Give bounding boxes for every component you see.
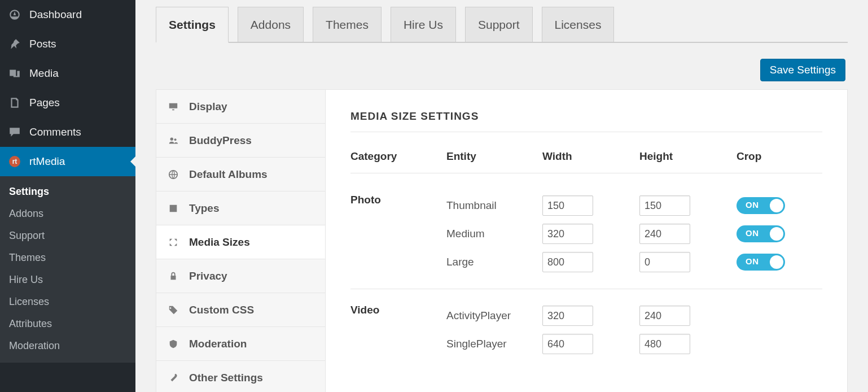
- wp-admin-sidebar: Dashboard Posts Media Pages Comments rt …: [0, 0, 135, 392]
- tab-licenses[interactable]: Licenses: [542, 7, 615, 42]
- vnav-label: Privacy: [189, 270, 227, 282]
- toggle-knob: [770, 255, 783, 269]
- comments-icon: [8, 125, 21, 139]
- entity-label: Medium: [446, 228, 542, 240]
- submenu-item-support[interactable]: Support: [0, 225, 135, 247]
- col-entity: Entity: [446, 150, 542, 163]
- vnav-label: Other Settings: [189, 372, 263, 384]
- table-row: Large ON: [446, 248, 822, 276]
- tab-themes[interactable]: Themes: [313, 7, 382, 42]
- submenu-item-moderation[interactable]: Moderation: [0, 335, 135, 357]
- vnav-label: Types: [189, 202, 220, 215]
- crop-toggle[interactable]: ON: [737, 254, 785, 271]
- tab-support[interactable]: Support: [465, 7, 533, 42]
- width-input[interactable]: [542, 334, 593, 354]
- width-input[interactable]: [542, 306, 593, 326]
- col-crop: Crop: [737, 150, 804, 163]
- sidebar-item-label: rtMedia: [29, 155, 65, 168]
- entity-label: Large: [446, 256, 542, 268]
- entity-label: ActivityPlayer: [446, 310, 542, 322]
- main-area: Settings Addons Themes Hire Us Support L…: [135, 0, 868, 392]
- wrench-icon: [168, 372, 179, 384]
- entity-label: Thumbnail: [446, 199, 542, 212]
- pin-icon: [8, 37, 21, 51]
- width-input[interactable]: [542, 224, 593, 244]
- vnav-moderation[interactable]: Moderation: [156, 327, 325, 361]
- submenu-item-settings[interactable]: Settings: [0, 181, 135, 203]
- globe-icon: [168, 169, 179, 180]
- height-input[interactable]: [639, 252, 690, 272]
- settings-side-nav: Display BuddyPress Default Albums Types …: [156, 90, 326, 392]
- submenu-item-licenses[interactable]: Licenses: [0, 291, 135, 313]
- film-icon: [168, 203, 179, 214]
- group-label: Video: [350, 302, 446, 358]
- crop-toggle[interactable]: ON: [737, 225, 785, 242]
- media-icon: [8, 67, 21, 80]
- expand-icon: [168, 237, 179, 248]
- vnav-label: Default Albums: [189, 168, 268, 181]
- submenu-item-attributes[interactable]: Attributes: [0, 313, 135, 335]
- sidebar-item-label: Pages: [29, 97, 60, 109]
- table-row: Medium ON: [446, 220, 822, 248]
- sidebar-item-posts[interactable]: Posts: [0, 29, 135, 59]
- tab-hireus[interactable]: Hire Us: [391, 7, 456, 42]
- sidebar-item-comments[interactable]: Comments: [0, 117, 135, 147]
- save-bar: Save Settings: [156, 59, 848, 81]
- submenu-item-hireus[interactable]: Hire Us: [0, 269, 135, 291]
- entity-label: SinglePlayer: [446, 338, 542, 350]
- height-input[interactable]: [639, 195, 690, 216]
- table-row: SinglePlayer: [446, 330, 822, 358]
- table-row: ActivityPlayer: [446, 302, 822, 330]
- table-row: Thumbnail ON: [446, 191, 822, 220]
- group-label: Photo: [350, 191, 446, 276]
- shield-icon: [168, 338, 179, 350]
- group-video: Video ActivityPlayer SinglePlayer: [350, 289, 822, 371]
- vnav-other-settings[interactable]: Other Settings: [156, 361, 325, 392]
- height-input[interactable]: [639, 224, 690, 244]
- height-input[interactable]: [639, 306, 690, 326]
- save-settings-button[interactable]: Save Settings: [760, 59, 845, 81]
- submenu-item-addons[interactable]: Addons: [0, 203, 135, 225]
- rtmedia-icon: rt: [8, 155, 21, 168]
- wp-submenu: Settings Addons Support Themes Hire Us L…: [0, 176, 135, 363]
- monitor-icon: [168, 101, 179, 112]
- col-height: Height: [639, 150, 737, 163]
- vnav-label: BuddyPress: [189, 134, 252, 147]
- table-header: Category Entity Width Height Crop: [350, 145, 822, 173]
- vnav-privacy[interactable]: Privacy: [156, 259, 325, 293]
- vnav-buddypress[interactable]: BuddyPress: [156, 124, 325, 158]
- tag-icon: [168, 304, 179, 316]
- vnav-display[interactable]: Display: [156, 90, 325, 124]
- pages-icon: [8, 96, 21, 110]
- tab-settings[interactable]: Settings: [156, 7, 229, 43]
- dashboard-icon: [8, 8, 21, 21]
- settings-panel: Display BuddyPress Default Albums Types …: [156, 89, 848, 392]
- col-category: Category: [350, 150, 446, 163]
- vnav-label: Custom CSS: [189, 304, 254, 316]
- sidebar-item-label: Posts: [29, 38, 56, 50]
- sidebar-item-dashboard[interactable]: Dashboard: [0, 0, 135, 29]
- group-photo: Photo Thumbnail ON Medium ON: [350, 179, 822, 289]
- width-input[interactable]: [542, 195, 593, 216]
- sidebar-item-pages[interactable]: Pages: [0, 88, 135, 117]
- height-input[interactable]: [639, 334, 690, 354]
- vnav-label: Media Sizes: [189, 236, 250, 249]
- vnav-types[interactable]: Types: [156, 191, 325, 225]
- vnav-custom-css[interactable]: Custom CSS: [156, 293, 325, 327]
- vnav-default-albums[interactable]: Default Albums: [156, 158, 325, 191]
- toggle-knob: [770, 227, 783, 241]
- sidebar-item-media[interactable]: Media: [0, 59, 135, 88]
- sidebar-item-label: Comments: [29, 126, 81, 138]
- svg-point-3: [174, 138, 177, 141]
- settings-content: MEDIA SIZE SETTINGS Category Entity Widt…: [326, 90, 847, 392]
- tab-bar: Settings Addons Themes Hire Us Support L…: [156, 7, 848, 43]
- users-icon: [168, 135, 179, 146]
- tab-addons[interactable]: Addons: [238, 7, 304, 42]
- width-input[interactable]: [542, 252, 593, 272]
- submenu-item-themes[interactable]: Themes: [0, 247, 135, 269]
- sidebar-item-rtmedia[interactable]: rt rtMedia: [0, 147, 135, 176]
- vnav-media-sizes[interactable]: Media Sizes: [156, 225, 325, 259]
- sidebar-item-label: Dashboard: [29, 8, 82, 21]
- crop-toggle[interactable]: ON: [737, 197, 785, 214]
- toggle-knob: [770, 199, 783, 212]
